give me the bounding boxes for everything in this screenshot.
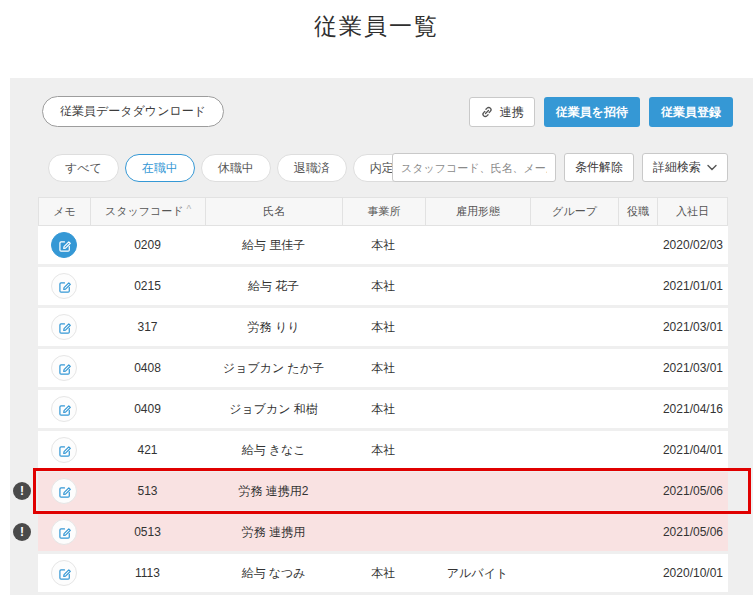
cell-employment-type <box>425 513 530 551</box>
table-row[interactable]: 1113 給与 なつみ 本社 アルバイト 2020/10/01 <box>38 554 728 592</box>
note-with-pencil-icon <box>57 361 72 376</box>
caret-up-icon: ^ <box>186 204 191 215</box>
cell-employment-type <box>425 308 530 346</box>
cell-name: 労務 連携用2 <box>205 472 342 510</box>
cell-hire-date: 2021/03/01 <box>657 308 728 346</box>
search-controls: 条件解除 詳細検索 <box>392 153 728 182</box>
table-row[interactable]: 0408 ジョブカン たか子 本社 2021/03/01 <box>38 349 728 387</box>
clear-conditions-label: 条件解除 <box>575 159 623 176</box>
table-row[interactable]: 0513 労務 連携用 2021/05/06 <box>38 513 728 551</box>
cell-office: 本社 <box>342 431 425 469</box>
cell-name: 労務 りり <box>205 308 342 346</box>
cell-memo <box>38 431 90 469</box>
employee-table: メモスタッフコード^氏名事業所雇用形態グループ役職入社日 0209 給与 里佳子… <box>38 197 728 595</box>
column-header-employment-type[interactable]: 雇用形態 <box>426 198 531 225</box>
note-with-pencil-icon <box>57 279 72 294</box>
cell-name: 労務 連携用 <box>205 513 342 551</box>
note-with-pencil-icon <box>57 525 72 540</box>
cell-staff-code: 317 <box>90 308 205 346</box>
toolbar-actions: 連携 従業員を招待 従業員登録 <box>469 97 733 127</box>
column-header-label: 氏名 <box>263 204 285 219</box>
column-header-memo: メモ <box>39 198 91 225</box>
employee-data-download-button[interactable]: 従業員データダウンロード <box>42 96 224 127</box>
note-with-pencil-icon <box>57 443 72 458</box>
cell-name: ジョブカン たか子 <box>205 349 342 387</box>
memo-button[interactable] <box>51 437 77 463</box>
cell-staff-code: 513 <box>90 472 205 510</box>
cell-memo <box>38 267 90 305</box>
table-row[interactable]: 513 労務 連携用2 2021/05/06 <box>38 472 728 510</box>
cell-name: 給与 なつみ <box>205 554 342 592</box>
memo-button[interactable] <box>51 314 77 340</box>
advanced-search-button[interactable]: 詳細検索 <box>642 153 728 182</box>
cell-position <box>618 390 657 428</box>
table-row[interactable]: 0209 給与 里佳子 本社 2020/02/03 <box>38 226 728 264</box>
column-header-name[interactable]: 氏名 <box>206 198 343 225</box>
cell-hire-date: 2021/05/06 <box>657 513 728 551</box>
clear-conditions-button[interactable]: 条件解除 <box>564 153 634 182</box>
cell-position <box>618 554 657 592</box>
register-button-label: 従業員登録 <box>661 104 721 121</box>
note-with-pencil-icon <box>57 320 72 335</box>
cell-name: 給与 きなこ <box>205 431 342 469</box>
filter-tab-retired[interactable]: 退職済 <box>277 154 347 182</box>
note-with-pencil-icon <box>57 566 72 581</box>
search-input[interactable] <box>392 153 556 182</box>
download-button-label: 従業員データダウンロード <box>60 103 206 120</box>
cell-group <box>530 226 618 264</box>
note-with-pencil-icon <box>57 402 72 417</box>
register-employee-button[interactable]: 従業員登録 <box>649 97 733 127</box>
filter-tab-on-leave[interactable]: 休職中 <box>201 154 271 182</box>
cell-group <box>530 431 618 469</box>
cell-employment-type <box>425 390 530 428</box>
cell-position <box>618 226 657 264</box>
filter-tab-all[interactable]: すべて <box>48 154 119 182</box>
cell-name: 給与 花子 <box>205 267 342 305</box>
column-header-position[interactable]: 役職 <box>619 198 658 225</box>
column-header-office[interactable]: 事業所 <box>343 198 426 225</box>
cell-employment-type <box>425 226 530 264</box>
cell-group <box>530 513 618 551</box>
column-header-group[interactable]: グループ <box>531 198 619 225</box>
cell-memo <box>38 513 90 551</box>
cell-name: ジョブカン 和樹 <box>205 390 342 428</box>
memo-button[interactable] <box>51 355 77 381</box>
memo-button[interactable] <box>51 273 77 299</box>
cell-position <box>618 349 657 387</box>
invite-button-label: 従業員を招待 <box>556 104 628 121</box>
invite-employee-button[interactable]: 従業員を招待 <box>544 97 640 127</box>
table-row[interactable]: 317 労務 りり 本社 2021/03/01 <box>38 308 728 346</box>
cell-employment-type: アルバイト <box>425 554 530 592</box>
cell-position <box>618 431 657 469</box>
table-row[interactable]: 0215 給与 花子 本社 2021/01/01 <box>38 267 728 305</box>
memo-button[interactable] <box>51 519 77 545</box>
note-with-pencil-icon <box>57 238 72 253</box>
link-button[interactable]: 連携 <box>469 97 535 127</box>
employee-list-panel: 従業員データダウンロード 連携 従業員を招待 従業員登録 すべて在職中休職中退職… <box>10 78 753 595</box>
memo-button[interactable] <box>51 232 77 258</box>
cell-memo <box>38 390 90 428</box>
cell-group <box>530 390 618 428</box>
column-header-label: スタッフコード <box>105 204 184 219</box>
page-title: 従業員一覧 <box>0 11 753 42</box>
cell-staff-code: 0513 <box>90 513 205 551</box>
column-header-staff-code[interactable]: スタッフコード^ <box>91 198 206 225</box>
filter-tab-active[interactable]: 在職中 <box>125 154 195 182</box>
cell-hire-date: 2021/01/01 <box>657 267 728 305</box>
cell-office: 本社 <box>342 308 425 346</box>
memo-button[interactable] <box>51 560 77 586</box>
warning-icon: ! <box>13 523 31 541</box>
table-row[interactable]: 0409 ジョブカン 和樹 本社 2021/04/16 <box>38 390 728 428</box>
cell-office: 本社 <box>342 226 425 264</box>
column-header-label: 入社日 <box>676 204 709 219</box>
table-row[interactable]: 421 給与 きなこ 本社 2021/04/01 <box>38 431 728 469</box>
cell-hire-date: 2021/04/16 <box>657 390 728 428</box>
cell-position <box>618 513 657 551</box>
column-header-hire-date[interactable]: 入社日 <box>658 198 727 225</box>
memo-button[interactable] <box>51 396 77 422</box>
memo-button[interactable] <box>51 478 77 504</box>
status-filter-tabs: すべて在職中休職中退職済内定 <box>48 154 411 182</box>
cell-group <box>530 308 618 346</box>
cell-group <box>530 349 618 387</box>
cell-staff-code: 421 <box>90 431 205 469</box>
